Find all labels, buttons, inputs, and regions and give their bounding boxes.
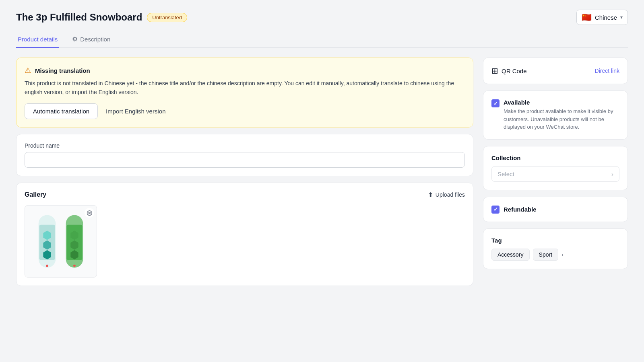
gallery-card: Gallery ⬆ Upload files ⊗	[16, 183, 473, 286]
warning-title: Missing translation	[35, 67, 90, 74]
tag-card: Tag Accessory Sport ›	[483, 228, 628, 269]
tab-description[interactable]: ⚙ Description	[70, 31, 112, 48]
qr-code-card: ⊞ QR Code Direct link	[483, 58, 628, 84]
refundable-label: Refundable	[504, 206, 537, 213]
upload-label: Upload files	[436, 191, 465, 198]
tab-product-details-label: Product details	[18, 36, 58, 43]
checkmark-icon: ✓	[493, 101, 498, 107]
tag-title: Tag	[491, 237, 619, 244]
gallery-title: Gallery	[25, 191, 46, 198]
svg-point-11	[73, 264, 76, 267]
available-card: ✓ Available Make the product available t…	[483, 90, 628, 140]
tab-product-details[interactable]: Product details	[16, 31, 59, 48]
collection-title: Collection	[491, 154, 619, 161]
description-icon: ⚙	[72, 35, 78, 43]
qr-code-label: QR Code	[502, 68, 527, 74]
warning-icon: ⚠	[25, 66, 31, 75]
collection-select[interactable]: Select ›	[491, 166, 619, 182]
tags-more-button[interactable]: ›	[561, 251, 564, 258]
language-selector[interactable]: 🇨🇳 Chinese ▾	[576, 10, 628, 25]
upload-files-button[interactable]: ⬆ Upload files	[428, 191, 465, 199]
gallery-image: ⊗	[25, 205, 97, 278]
available-checkbox[interactable]: ✓	[491, 99, 500, 107]
auto-translate-button[interactable]: Automatic translation	[25, 103, 98, 119]
tag-item-accessory: Accessory	[491, 249, 530, 261]
product-name-label: Product name	[25, 142, 465, 149]
collection-card: Collection Select ›	[483, 146, 628, 190]
flag-icon: 🇨🇳	[582, 12, 592, 22]
warning-text: This product is not translated in Chines…	[25, 79, 465, 97]
chevron-down-icon: ▾	[620, 14, 623, 20]
product-name-input[interactable]	[25, 152, 465, 168]
refundable-checkbox[interactable]: ✓	[491, 206, 500, 214]
upload-icon: ⬆	[428, 191, 433, 199]
tag-item-sport: Sport	[533, 249, 558, 261]
refundable-card: ✓ Refundable	[483, 197, 628, 222]
svg-point-5	[46, 264, 48, 267]
chevron-right-icon: ›	[611, 171, 613, 177]
snowboard-illustration	[35, 209, 87, 274]
remove-image-button[interactable]: ⊗	[85, 208, 94, 218]
status-badge: Untranslated	[147, 13, 187, 22]
direct-link-button[interactable]: Direct link	[595, 68, 619, 74]
available-title: Available	[504, 99, 619, 106]
available-description: Make the product available to make it vi…	[504, 107, 619, 131]
page-title: The 3p Fulfilled Snowboard	[16, 12, 142, 23]
import-english-button[interactable]: Import English version	[104, 104, 167, 119]
refundable-checkmark-icon: ✓	[493, 206, 498, 212]
product-name-card: Product name	[16, 134, 473, 176]
qr-code-icon: ⊞	[491, 66, 498, 76]
language-label: Chinese	[595, 14, 617, 21]
tab-description-label: Description	[80, 36, 110, 43]
missing-translation-banner: ⚠ Missing translation This product is no…	[16, 58, 473, 128]
collection-select-placeholder: Select	[497, 171, 514, 177]
